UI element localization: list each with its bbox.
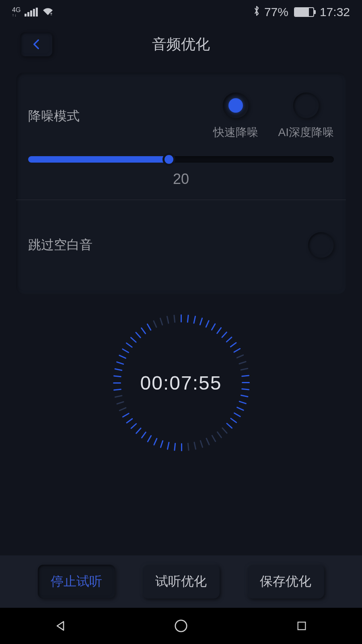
noise-mode-label: 降噪模式	[28, 107, 80, 125]
signal-bars-icon	[25, 8, 38, 17]
radio-icon	[223, 93, 249, 118]
bottom-bar: 停止试听 试听优化 保存优化	[0, 555, 362, 608]
chevron-left-icon	[31, 39, 42, 50]
status-bar: 4G ↑↓ 77% 17:32	[0, 0, 362, 24]
skip-silence-label: 跳过空白音	[28, 236, 93, 254]
timer-container: 00:07:55	[0, 314, 362, 451]
option-fast-label: 快速降噪	[213, 125, 258, 140]
battery-icon	[294, 7, 314, 17]
noise-mode-options: 快速降噪 AI深度降噪	[213, 93, 334, 140]
divider	[16, 200, 346, 200]
svg-point-1	[175, 620, 187, 632]
save-button[interactable]: 保存优化	[247, 565, 324, 599]
wifi-icon	[42, 6, 54, 18]
battery-percent: 77%	[264, 5, 288, 19]
status-right: 77% 17:32	[253, 5, 350, 19]
svg-rect-2	[298, 622, 306, 630]
nav-back-icon[interactable]	[53, 619, 68, 633]
network-icon: 4G ↑↓	[12, 7, 21, 17]
skip-toggle[interactable]	[308, 232, 334, 258]
timer-dial: 00:07:55	[113, 314, 249, 451]
option-ai-label: AI深度降噪	[278, 125, 334, 140]
bluetooth-icon	[253, 5, 260, 19]
back-button[interactable]	[20, 32, 52, 56]
header: 音频优化	[0, 24, 362, 64]
slider-value: 20	[28, 171, 334, 188]
preview-button[interactable]: 试听优化	[142, 565, 220, 599]
time-display: 17:32	[320, 5, 350, 19]
page-title: 音频优化	[152, 35, 210, 54]
option-ai[interactable]: AI深度降噪	[278, 93, 334, 140]
stop-preview-button[interactable]: 停止试听	[38, 565, 115, 599]
option-fast[interactable]: 快速降噪	[213, 93, 258, 140]
slider-track[interactable]	[28, 156, 334, 163]
noise-slider[interactable]: 20	[28, 156, 334, 188]
slider-thumb[interactable]	[162, 153, 175, 166]
nav-recent-icon[interactable]	[294, 619, 309, 633]
noise-mode-row: 降噪模式 快速降噪 AI深度降噪	[28, 93, 334, 140]
system-nav-bar	[0, 608, 362, 644]
skip-silence-row: 跳过空白音	[28, 212, 334, 278]
nav-home-icon[interactable]	[174, 619, 188, 633]
radio-icon	[293, 93, 319, 118]
settings-card: 降噪模式 快速降噪 AI深度降噪 20 跳过空白音	[16, 72, 346, 294]
status-left: 4G ↑↓	[12, 6, 54, 18]
